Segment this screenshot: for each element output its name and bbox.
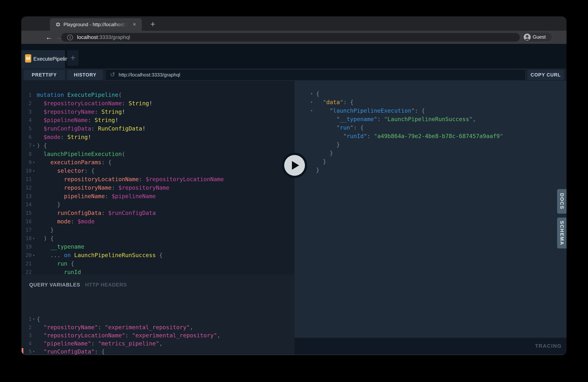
fold-arrow-icon[interactable]: ▾ [310,98,315,106]
response-viewer[interactable]: ▾{▾ "data": {▾ "launchPipelineExecution"… [294,81,567,338]
code-token [64,91,67,98]
profile-chip[interactable]: Guest [522,32,552,42]
fold-arrow-icon[interactable]: ▾ [33,158,37,167]
code-token [316,158,323,165]
code-token: runId [347,133,364,139]
code-token: : [95,108,98,115]
code-token [37,168,57,174]
code-token: repositoryLocationName [64,176,139,183]
code-token: RunConfigData [98,125,142,132]
code-line: 1▾{ [21,315,294,323]
code-line: 16 mode: $mode [21,217,294,226]
code-token: ! [88,134,91,140]
code-token: { [101,348,105,355]
code-token [347,99,350,106]
new-session-button[interactable]: + [67,50,79,66]
playground-toolbar: PRETTIFY HISTORY ↺ http://localhost:3333… [21,68,567,81]
code-token [37,332,43,339]
line-number: 22 [21,268,32,275]
code-token: a49b864a-79e2-4be8-b78c-687457a9aaf9 [377,133,500,139]
line-number: 3 [21,108,32,116]
code-token [316,133,343,139]
code-token [95,340,98,347]
line-number: 21 [21,259,32,268]
prettify-button[interactable]: PRETTIFY [23,70,65,80]
fold-arrow-icon[interactable]: ▾ [33,167,37,175]
copy-curl-button[interactable]: COPY CURL [527,70,564,80]
fold-arrow-icon[interactable]: ▾ [33,142,37,150]
code-token: : [125,332,129,339]
code-token [37,176,64,183]
endpoint-input[interactable]: ↺ http://localhost:3333/graphql [105,69,525,81]
fold-arrow-icon[interactable]: ▾ [310,89,315,98]
browser-toolbar: ← → ↻ i localhost:3333/graphql Guest [21,31,567,44]
schema-tab[interactable]: SCHEMA [557,217,567,249]
code-token [71,252,74,258]
line-number: 11 [21,175,32,184]
code-token: : [105,193,108,199]
code-token: : [91,340,95,347]
code-token: ", [469,116,476,123]
code-token: " [374,133,377,139]
code-token: $pipelineName [111,193,156,199]
code-token: $mode [43,134,61,140]
browser-new-tab-button[interactable]: + [147,19,158,30]
browser-window: Playground - http://localhost:3 × + ← → … [21,16,567,355]
code-token: " [500,133,503,139]
execute-button[interactable] [282,153,307,178]
fold-arrow-icon[interactable]: ▾ [33,251,37,259]
docs-tab[interactable]: DOCS [557,189,567,213]
code-token: String [95,117,115,123]
code-token: { [71,260,74,267]
traffic-minimize-button[interactable] [36,20,40,25]
code-token: ) { [37,142,47,149]
back-icon[interactable]: ← [45,31,53,44]
code-token: : [95,348,98,355]
code-token: { [37,316,40,322]
line-number: 7 [21,142,32,150]
line-number: 19 [21,243,32,251]
code-line: 21 run { [21,259,294,268]
traffic-close-button[interactable] [28,20,33,25]
site-info-icon[interactable]: i [67,35,73,40]
code-token: repositoryName [64,184,112,191]
address-bar[interactable]: i localhost:3333/graphql [61,33,520,42]
code-token [418,107,421,114]
code-token: } [316,167,319,173]
code-token [115,184,118,191]
line-number: 4 [21,116,32,125]
history-button[interactable]: HISTORY [67,70,103,80]
tab-http-headers[interactable]: HTTP HEADERS [85,282,127,288]
fold-arrow-icon[interactable]: ▾ [310,106,315,115]
code-line: 22 runId [21,268,294,275]
code-token: ": [374,116,381,123]
tab-close-icon[interactable]: × [133,18,136,31]
code-token: $repositoryLocationName [43,100,122,106]
line-number: 1 [21,91,32,99]
code-token: mutation [37,91,64,98]
session-tab-executepipeline[interactable]: M ExecutePipeline × [21,50,65,68]
code-token: String [101,108,122,115]
session-close-icon[interactable]: × [58,50,62,68]
endpoint-reset-icon[interactable]: ↺ [110,69,115,80]
code-token [37,243,50,250]
fold-arrow-icon[interactable]: ▾ [33,315,37,323]
query-editor[interactable]: 1mutation ExecutePipeline(2 $repositoryL… [21,81,294,275]
code-token [37,108,43,115]
fold-arrow-icon[interactable]: ▾ [33,234,37,243]
variables-editor[interactable]: QUERY VARIABLES HTTP HEADERS 1▾{2 "repos… [21,275,294,355]
playground-footer: TRACING [294,338,567,355]
tab-query-variables[interactable]: QUERY VARIABLES [29,282,80,288]
traffic-zoom-button[interactable] [43,20,48,25]
fold-arrow-icon[interactable]: ▾ [33,347,37,355]
code-token [37,252,50,258]
code-token [37,201,57,208]
browser-tab-strip: Playground - http://localhost:3 × + [21,16,567,31]
tracing-toggle[interactable]: TRACING [535,338,562,355]
mutation-badge: M [25,54,31,63]
browser-tab[interactable]: Playground - http://localhost:3 × [50,18,142,31]
code-token [37,151,43,157]
code-token: { [421,107,425,114]
code-line: } [294,149,567,157]
screenshot-background: Playground - http://localhost:3 × + ← → … [0,0,588,382]
